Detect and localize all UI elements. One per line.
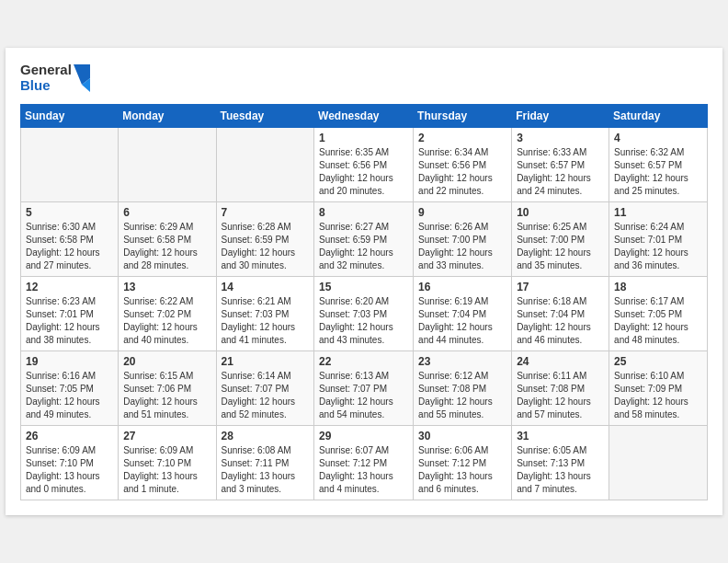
day-number: 10 — [517, 206, 604, 219]
day-info: Sunrise: 6:16 AM Sunset: 7:05 PM Dayligh… — [26, 370, 113, 421]
day-info: Sunrise: 6:29 AM Sunset: 6:58 PM Dayligh… — [123, 221, 210, 272]
calendar-cell: 8Sunrise: 6:27 AM Sunset: 6:59 PM Daylig… — [314, 202, 414, 277]
day-info: Sunrise: 6:30 AM Sunset: 6:58 PM Dayligh… — [26, 221, 113, 272]
day-info: Sunrise: 6:26 AM Sunset: 7:00 PM Dayligh… — [418, 221, 506, 272]
calendar-cell: 25Sunrise: 6:10 AM Sunset: 7:09 PM Dayli… — [609, 351, 708, 426]
logo-arrow-icon — [74, 64, 90, 92]
week-row-5: 26Sunrise: 6:09 AM Sunset: 7:10 PM Dayli… — [21, 426, 708, 500]
weekday-header-monday: Monday — [119, 105, 216, 128]
weekday-header-friday: Friday — [512, 105, 609, 128]
day-info: Sunrise: 6:33 AM Sunset: 6:57 PM Dayligh… — [517, 146, 604, 198]
day-number: 15 — [319, 281, 408, 293]
day-info: Sunrise: 6:25 AM Sunset: 7:00 PM Dayligh… — [517, 221, 604, 272]
calendar-cell — [21, 128, 119, 202]
calendar-cell: 22Sunrise: 6:13 AM Sunset: 7:07 PM Dayli… — [314, 351, 414, 426]
calendar-cell: 9Sunrise: 6:26 AM Sunset: 7:00 PM Daylig… — [414, 202, 512, 277]
day-info: Sunrise: 6:07 AM Sunset: 7:12 PM Dayligh… — [319, 444, 408, 496]
calendar-cell: 23Sunrise: 6:12 AM Sunset: 7:08 PM Dayli… — [414, 351, 512, 426]
day-info: Sunrise: 6:13 AM Sunset: 7:07 PM Dayligh… — [319, 370, 408, 421]
day-info: Sunrise: 6:21 AM Sunset: 7:03 PM Dayligh… — [222, 295, 310, 347]
calendar-cell: 7Sunrise: 6:28 AM Sunset: 6:59 PM Daylig… — [216, 202, 314, 277]
day-number: 12 — [26, 281, 113, 293]
day-number: 5 — [26, 206, 113, 219]
calendar-cell: 6Sunrise: 6:29 AM Sunset: 6:58 PM Daylig… — [119, 202, 216, 277]
day-info: Sunrise: 6:18 AM Sunset: 7:04 PM Dayligh… — [517, 295, 604, 347]
day-info: Sunrise: 6:20 AM Sunset: 7:03 PM Dayligh… — [319, 295, 408, 347]
calendar-cell: 2Sunrise: 6:34 AM Sunset: 6:56 PM Daylig… — [414, 128, 512, 202]
calendar-container: General Blue SundayMondayTuesdayWednesda… — [6, 48, 722, 515]
weekday-header-thursday: Thursday — [414, 105, 512, 128]
calendar-cell — [216, 128, 314, 202]
day-number: 20 — [123, 355, 210, 368]
calendar-cell: 20Sunrise: 6:15 AM Sunset: 7:06 PM Dayli… — [119, 351, 216, 426]
day-info: Sunrise: 6:24 AM Sunset: 7:01 PM Dayligh… — [614, 221, 702, 272]
calendar-cell: 21Sunrise: 6:14 AM Sunset: 7:07 PM Dayli… — [216, 351, 314, 426]
day-info: Sunrise: 6:10 AM Sunset: 7:09 PM Dayligh… — [614, 370, 702, 421]
calendar-cell: 19Sunrise: 6:16 AM Sunset: 7:05 PM Dayli… — [21, 351, 119, 426]
day-number: 25 — [614, 355, 702, 368]
week-row-4: 19Sunrise: 6:16 AM Sunset: 7:05 PM Dayli… — [21, 351, 708, 426]
day-number: 7 — [222, 206, 310, 219]
calendar-cell: 1Sunrise: 6:35 AM Sunset: 6:56 PM Daylig… — [314, 128, 414, 202]
logo: General Blue — [20, 63, 90, 93]
day-number: 30 — [418, 430, 506, 442]
day-number: 21 — [222, 355, 310, 368]
day-number: 28 — [222, 430, 310, 442]
day-info: Sunrise: 6:34 AM Sunset: 6:56 PM Dayligh… — [418, 146, 506, 198]
calendar-cell: 24Sunrise: 6:11 AM Sunset: 7:08 PM Dayli… — [512, 351, 609, 426]
day-number: 18 — [614, 281, 702, 293]
calendar-cell: 11Sunrise: 6:24 AM Sunset: 7:01 PM Dayli… — [609, 202, 708, 277]
day-info: Sunrise: 6:08 AM Sunset: 7:11 PM Dayligh… — [222, 444, 310, 496]
calendar-table: SundayMondayTuesdayWednesdayThursdayFrid… — [20, 104, 708, 500]
weekday-header-sunday: Sunday — [21, 105, 119, 128]
calendar-cell: 12Sunrise: 6:23 AM Sunset: 7:01 PM Dayli… — [21, 277, 119, 351]
day-number: 1 — [319, 132, 408, 144]
day-number: 4 — [614, 132, 702, 144]
day-number: 22 — [319, 355, 408, 368]
day-number: 14 — [222, 281, 310, 293]
calendar-cell — [119, 128, 216, 202]
weekday-header-saturday: Saturday — [609, 105, 708, 128]
calendar-cell: 15Sunrise: 6:20 AM Sunset: 7:03 PM Dayli… — [314, 277, 414, 351]
calendar-cell: 17Sunrise: 6:18 AM Sunset: 7:04 PM Dayli… — [512, 277, 609, 351]
day-info: Sunrise: 6:23 AM Sunset: 7:01 PM Dayligh… — [26, 295, 113, 347]
calendar-cell: 28Sunrise: 6:08 AM Sunset: 7:11 PM Dayli… — [216, 426, 314, 500]
day-info: Sunrise: 6:12 AM Sunset: 7:08 PM Dayligh… — [418, 370, 506, 421]
calendar-cell: 13Sunrise: 6:22 AM Sunset: 7:02 PM Dayli… — [119, 277, 216, 351]
day-number: 3 — [517, 132, 604, 144]
calendar-cell — [609, 426, 708, 500]
day-info: Sunrise: 6:09 AM Sunset: 7:10 PM Dayligh… — [123, 444, 210, 496]
day-info: Sunrise: 6:15 AM Sunset: 7:06 PM Dayligh… — [123, 370, 210, 421]
calendar-cell: 26Sunrise: 6:09 AM Sunset: 7:10 PM Dayli… — [21, 426, 119, 500]
day-number: 2 — [418, 132, 506, 144]
calendar-cell: 27Sunrise: 6:09 AM Sunset: 7:10 PM Dayli… — [119, 426, 216, 500]
calendar-cell: 18Sunrise: 6:17 AM Sunset: 7:05 PM Dayli… — [609, 277, 708, 351]
calendar-cell: 29Sunrise: 6:07 AM Sunset: 7:12 PM Dayli… — [314, 426, 414, 500]
weekday-header-tuesday: Tuesday — [216, 105, 314, 128]
week-row-1: 1Sunrise: 6:35 AM Sunset: 6:56 PM Daylig… — [21, 128, 708, 202]
day-number: 11 — [614, 206, 702, 219]
day-number: 23 — [418, 355, 506, 368]
calendar-header: General Blue — [20, 63, 708, 93]
day-info: Sunrise: 6:05 AM Sunset: 7:13 PM Dayligh… — [517, 444, 604, 496]
calendar-cell: 14Sunrise: 6:21 AM Sunset: 7:03 PM Dayli… — [216, 277, 314, 351]
day-info: Sunrise: 6:19 AM Sunset: 7:04 PM Dayligh… — [418, 295, 506, 347]
calendar-cell: 16Sunrise: 6:19 AM Sunset: 7:04 PM Dayli… — [414, 277, 512, 351]
day-info: Sunrise: 6:14 AM Sunset: 7:07 PM Dayligh… — [222, 370, 310, 421]
day-number: 29 — [319, 430, 408, 442]
weekday-header-row: SundayMondayTuesdayWednesdayThursdayFrid… — [21, 105, 708, 128]
day-number: 13 — [123, 281, 210, 293]
calendar-cell: 31Sunrise: 6:05 AM Sunset: 7:13 PM Dayli… — [512, 426, 609, 500]
weekday-header-wednesday: Wednesday — [314, 105, 414, 128]
day-number: 26 — [26, 430, 113, 442]
day-number: 31 — [517, 430, 604, 442]
calendar-cell: 5Sunrise: 6:30 AM Sunset: 6:58 PM Daylig… — [21, 202, 119, 277]
day-number: 9 — [418, 206, 506, 219]
day-number: 8 — [319, 206, 408, 219]
calendar-cell: 4Sunrise: 6:32 AM Sunset: 6:57 PM Daylig… — [609, 128, 708, 202]
day-number: 24 — [517, 355, 604, 368]
day-number: 6 — [123, 206, 210, 219]
day-info: Sunrise: 6:22 AM Sunset: 7:02 PM Dayligh… — [123, 295, 210, 347]
calendar-cell: 3Sunrise: 6:33 AM Sunset: 6:57 PM Daylig… — [512, 128, 609, 202]
day-info: Sunrise: 6:35 AM Sunset: 6:56 PM Dayligh… — [319, 146, 408, 198]
